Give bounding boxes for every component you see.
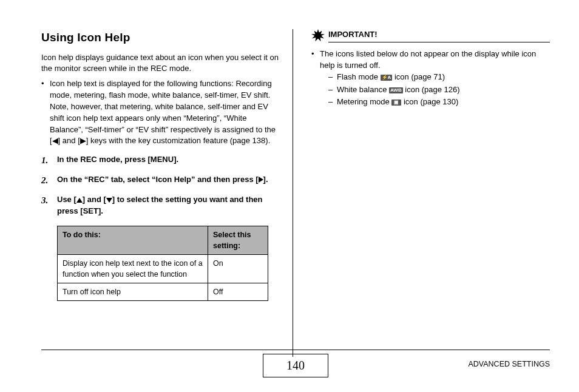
arrow-down-icon	[106, 198, 112, 203]
section-name: ADVANCED SETTINGS	[468, 359, 550, 370]
intro-text: Icon help displays guidance text about a…	[41, 52, 279, 75]
bullet-help-functions: Icon help text is displayed for the foll…	[41, 78, 279, 147]
step-2-text-a: On the “REC” tab, select “Icon Help” and…	[57, 175, 259, 184]
table-cell-value: On	[208, 254, 268, 283]
list-item: Metering mode ▣ icon (page 130)	[328, 96, 550, 108]
important-bullet: The icons listed below do not appear on …	[311, 49, 550, 108]
table-cell-desc: Display icon help text next to the icon …	[58, 254, 208, 283]
table-row: Turn off icon help Off	[58, 283, 268, 301]
page-title: Using Icon Help	[41, 29, 279, 46]
table-row: Display icon help text next to the icon …	[58, 254, 268, 283]
list-item: White balance AWB icon (page 126)	[328, 84, 550, 96]
step-3: 3. Use [] and [] to select the setting y…	[41, 194, 279, 217]
list-item: Flash mode ⚡A icon (page 71)	[328, 72, 550, 83]
table-cell-value: Off	[208, 283, 268, 301]
flash-mode-icon: ⚡A	[381, 75, 393, 81]
white-balance-icon: AWB	[389, 87, 403, 93]
footer-rule	[41, 350, 550, 350]
step-2-text-b: ].	[263, 175, 268, 184]
burst-icon	[311, 29, 325, 42]
step-2-number: 2.	[41, 174, 48, 188]
table-header-setting: Select this setting:	[208, 226, 268, 254]
important-label: IMPORTANT!	[328, 29, 550, 42]
settings-table: To do this: Select this setting: Display…	[57, 226, 268, 302]
table-header-action: To do this:	[58, 226, 208, 254]
step-1-number: 1.	[41, 154, 48, 167]
step-3-number: 3.	[41, 194, 48, 208]
column-divider	[293, 29, 293, 357]
step-1: 1. In the REC mode, press [MENU].	[41, 154, 279, 166]
metering-mode-icon: ▣	[391, 100, 401, 106]
table-cell-desc: Turn off icon help	[58, 283, 208, 301]
step-1-text: In the REC mode, press [MENU].	[57, 155, 178, 164]
step-2: 2. On the “REC” tab, select “Icon Help” …	[41, 174, 279, 186]
page-number: 140	[263, 354, 328, 377]
arrow-right-icon	[259, 177, 263, 183]
step-3-text-a: Use [	[57, 195, 76, 204]
arrow-up-icon	[76, 198, 83, 203]
svg-marker-0	[311, 29, 325, 41]
step-3-text-b: ] and [	[83, 195, 106, 204]
